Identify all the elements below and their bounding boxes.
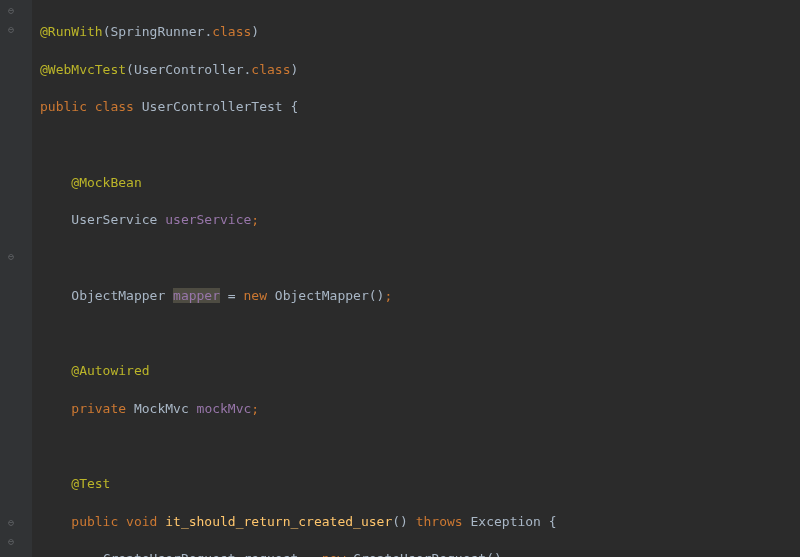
gutter-marker[interactable]: ⊖ [8, 23, 14, 38]
keyword-token: new [244, 288, 275, 303]
type-token: MockMvc [134, 401, 197, 416]
editor-gutter: ⊖ ⊖ ⊖ ⊖ ⊖ [0, 0, 32, 557]
exception-token: Exception { [471, 514, 557, 529]
punct: ) [251, 24, 259, 39]
code-line[interactable]: ObjectMapper mapper = new ObjectMapper()… [40, 287, 800, 306]
keyword-token: public class [40, 99, 142, 114]
code-line[interactable]: @RunWith(SpringRunner.class) [40, 23, 800, 42]
keyword-token: class [251, 62, 290, 77]
code-editor[interactable]: @RunWith(SpringRunner.class) @WebMvcTest… [32, 0, 800, 557]
code-line[interactable]: public void it_should_return_created_use… [40, 513, 800, 532]
annotation-token: @RunWith [40, 24, 103, 39]
code-line[interactable] [40, 249, 800, 268]
code-line[interactable]: @MockBean [40, 174, 800, 193]
annotation-token: @WebMvcTest [40, 62, 126, 77]
code-line[interactable] [40, 136, 800, 155]
field-token: mapper [173, 288, 220, 303]
code-line[interactable] [40, 437, 800, 456]
ctor-token: CreateUserRequest() [353, 551, 502, 557]
code-line[interactable]: private MockMvc mockMvc; [40, 400, 800, 419]
annotation-token: @Autowired [71, 363, 149, 378]
class-token: UserControllerTest [142, 99, 291, 114]
keyword-token: class [212, 24, 251, 39]
field-token: mockMvc [197, 401, 252, 416]
semi: ; [502, 551, 510, 557]
type-token: CreateUserRequest [103, 551, 244, 557]
code-line[interactable]: public class UserControllerTest { [40, 98, 800, 117]
code-line[interactable]: @WebMvcTest(UserController.class) [40, 61, 800, 80]
semi: ; [251, 212, 259, 227]
punct: () [392, 514, 415, 529]
punct: ( [126, 62, 134, 77]
code-line[interactable]: UserService userService; [40, 211, 800, 230]
gutter-marker[interactable]: ⊖ [8, 250, 14, 265]
code-line[interactable]: @Test [40, 475, 800, 494]
semi: ; [251, 401, 259, 416]
keyword-token: new [322, 551, 353, 557]
keyword-token: private [71, 401, 134, 416]
ctor-token: ObjectMapper() [275, 288, 385, 303]
punct: ) [290, 62, 298, 77]
gutter-marker[interactable]: ⊖ [8, 535, 14, 550]
type-token: ObjectMapper [71, 288, 173, 303]
semi: ; [384, 288, 392, 303]
method-token: it_should_return_created_user [165, 514, 392, 529]
keyword-token: throws [416, 514, 471, 529]
eq: = [220, 288, 243, 303]
code-line[interactable] [40, 324, 800, 343]
annotation-token: @Test [71, 476, 110, 491]
code-line[interactable]: @Autowired [40, 362, 800, 381]
class-token: UserController [134, 62, 244, 77]
gutter-marker[interactable]: ⊖ [8, 4, 14, 19]
gutter-marker[interactable]: ⊖ [8, 516, 14, 531]
type-token: UserService [71, 212, 165, 227]
field-token: userService [165, 212, 251, 227]
keyword-token: public void [71, 514, 165, 529]
code-line[interactable]: CreateUserRequest request = new CreateUs… [40, 550, 800, 557]
var-token: request = [244, 551, 322, 557]
class-token: SpringRunner [110, 24, 204, 39]
annotation-token: @MockBean [71, 175, 141, 190]
brace: { [290, 99, 298, 114]
